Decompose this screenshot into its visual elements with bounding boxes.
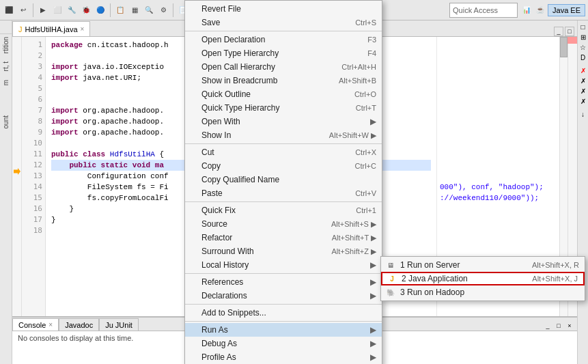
menu-quick-outline[interactable]: Quick Outline Ctrl+O bbox=[185, 87, 382, 101]
minimize-editor-btn[interactable]: _ bbox=[554, 27, 563, 36]
right-icon-8[interactable]: ↓ bbox=[580, 109, 586, 120]
menu-source[interactable]: Source Alt+Shift+S ▶ bbox=[185, 217, 382, 231]
run-as-arrow-icon: ▶ bbox=[370, 325, 376, 335]
menu-debug-as-label: Debug As bbox=[201, 339, 237, 348]
tb-icon-4[interactable]: ⬜ bbox=[51, 4, 64, 16]
submenu-run-on-server-shortcut: Alt+Shift+X, R bbox=[532, 261, 579, 269]
menu-revert-file[interactable]: Revert File bbox=[185, 2, 382, 16]
tb-icon-9[interactable]: ▦ bbox=[128, 4, 141, 16]
menu-open-call-hierarchy[interactable]: Open Call Hierarchy Ctrl+Alt+H bbox=[185, 60, 382, 74]
tab-filename: HdfsUtilHA.java bbox=[25, 25, 78, 33]
bottom-tab-javadoc[interactable]: Javadoc bbox=[59, 318, 99, 331]
menu-quick-outline-label: Quick Outline bbox=[201, 89, 251, 99]
bottom-tab-console[interactable]: Console × bbox=[12, 318, 59, 331]
right-icon-error[interactable]: ✗ bbox=[579, 66, 587, 76]
tab-close-button[interactable]: × bbox=[81, 25, 85, 33]
right-icon-3[interactable]: ☆ bbox=[578, 42, 587, 53]
tb-icon-2[interactable]: ↩ bbox=[17, 4, 29, 16]
perspective-java-ee[interactable]: Java EE bbox=[548, 4, 585, 16]
submenu-java-application[interactable]: J 2 Java Application Alt+Shift+X, J bbox=[381, 272, 585, 285]
code-right-line-3 bbox=[440, 61, 557, 72]
menu-show-breadcrumb[interactable]: Show in Breadcrumb Alt+Shift+B bbox=[185, 74, 382, 87]
sep-2 bbox=[185, 143, 382, 144]
menu-copy-qualified-name[interactable]: Copy Qualified Name bbox=[185, 173, 382, 186]
menu-paste[interactable]: Paste Ctrl+V bbox=[185, 186, 382, 200]
menu-show-in[interactable]: Show In Alt+Shift+W ▶ bbox=[185, 128, 382, 142]
submenu-run-on-hadoop-label: 3 Run on Hadoop bbox=[400, 288, 464, 297]
menu-surround-with[interactable]: Surround With Alt+Shift+Z ▶ bbox=[185, 244, 382, 258]
menu-references[interactable]: References ▶ bbox=[185, 275, 382, 289]
menu-open-declaration[interactable]: Open Declaration F3 bbox=[185, 33, 382, 46]
code-right-line-1 bbox=[440, 40, 557, 51]
code-right-line-14: 000"), conf, "hadoop"); bbox=[440, 182, 557, 193]
menu-copy[interactable]: Copy Ctrl+C bbox=[185, 159, 382, 173]
menu-cut-label: Cut bbox=[201, 148, 214, 157]
quick-access-input[interactable]: Quick Access bbox=[449, 3, 518, 18]
menu-declarations[interactable]: Declarations ▶ bbox=[185, 289, 382, 303]
code-right-line-15: ://weekend110/9000")); bbox=[440, 193, 557, 204]
menu-open-with[interactable]: Open With ▶ bbox=[185, 115, 382, 128]
submenu-run-on-server[interactable]: 🖥 1 Run on Server Alt+Shift+X, R bbox=[381, 258, 585, 272]
menu-quick-type-hierarchy-shortcut: Ctrl+T bbox=[356, 104, 376, 112]
menu-run-as[interactable]: Run As ▶ bbox=[185, 323, 382, 337]
code-right-line-2 bbox=[440, 51, 557, 61]
sidebar-rt-label[interactable]: rt, t bbox=[2, 61, 10, 71]
tb-icon-3[interactable]: ▶ bbox=[37, 4, 49, 16]
perspective-icon-1[interactable]: 📊 bbox=[520, 4, 533, 16]
tb-icon-10[interactable]: 🔍 bbox=[143, 4, 155, 16]
right-icon-2[interactable]: ⊞ bbox=[579, 32, 587, 42]
tb-icon-6[interactable]: 🐞 bbox=[80, 4, 92, 16]
marker-bar bbox=[12, 37, 22, 316]
menu-local-history-label: Local History bbox=[201, 260, 249, 270]
menu-quick-type-hierarchy[interactable]: Quick Type Hierarchy Ctrl+T bbox=[185, 101, 382, 115]
right-icon-4[interactable]: D bbox=[579, 53, 587, 63]
menu-run-as-label: Run As bbox=[201, 325, 228, 335]
console-tab-close[interactable]: × bbox=[48, 321, 53, 328]
menu-refactor-shortcut: Alt+Shift+T ▶ bbox=[332, 234, 376, 242]
right-icon-6[interactable]: ✗ bbox=[579, 86, 587, 96]
tb-icon-1[interactable]: ⬛ bbox=[3, 4, 15, 16]
menu-open-declaration-label: Open Declaration bbox=[201, 35, 265, 44]
right-icon-5[interactable]: ✗ bbox=[579, 76, 587, 86]
menu-refactor[interactable]: Refactor Alt+Shift+T ▶ bbox=[185, 231, 382, 244]
code-right-line-8 bbox=[440, 116, 557, 127]
tb-icon-7[interactable]: 🔵 bbox=[94, 4, 107, 16]
menu-debug-as[interactable]: Debug As ▶ bbox=[185, 337, 382, 350]
local-history-arrow-icon: ▶ bbox=[370, 260, 376, 270]
open-with-arrow-icon: ▶ bbox=[370, 117, 376, 126]
quick-access-label: Quick Access bbox=[453, 6, 498, 14]
perspective-icon-2[interactable]: ☕ bbox=[534, 4, 546, 16]
maximize-editor-btn[interactable]: □ bbox=[565, 27, 574, 36]
editor-tab-hdfs[interactable]: J HdfsUtilHA.java × bbox=[12, 21, 90, 36]
menu-open-call-hierarchy-label: Open Call Hierarchy bbox=[201, 62, 275, 72]
code-right-text-2: ://weekend110/9000")); bbox=[440, 193, 539, 204]
bottom-tab-junit[interactable]: Ju JUnit bbox=[99, 318, 139, 331]
perspective-buttons: 📊 ☕ Java EE bbox=[520, 4, 585, 16]
scrollbar-thumb[interactable] bbox=[560, 37, 568, 57]
bottom-maximize-btn[interactable]: □ bbox=[554, 321, 563, 331]
menu-save[interactable]: Save Ctrl+S bbox=[185, 16, 382, 29]
left-sidebar: rtition rt, t m ount bbox=[0, 20, 12, 364]
menu-copy-shortcut: Ctrl+C bbox=[355, 162, 376, 170]
menu-local-history[interactable]: Local History ▶ bbox=[185, 258, 382, 272]
bottom-close-btn[interactable]: × bbox=[565, 321, 574, 331]
menu-cut[interactable]: Cut Ctrl+X bbox=[185, 145, 382, 159]
menu-declarations-label: Declarations bbox=[201, 291, 247, 300]
submenu-run-on-hadoop[interactable]: 🐘 3 Run on Hadoop bbox=[381, 285, 585, 299]
sidebar-ount-label[interactable]: ount bbox=[2, 115, 10, 128]
sidebar-m-label[interactable]: m bbox=[2, 80, 10, 85]
sep-1 bbox=[185, 31, 382, 31]
menu-add-snippets[interactable]: Add to Snippets... bbox=[185, 306, 382, 320]
tb-icon-8[interactable]: 📋 bbox=[114, 4, 126, 16]
menu-profile-as[interactable]: Profile As ▶ bbox=[185, 350, 382, 364]
menu-open-declaration-shortcut: F3 bbox=[367, 36, 376, 44]
debug-arrow-icon bbox=[14, 168, 20, 175]
sidebar-partition-label[interactable]: rtition bbox=[2, 37, 10, 53]
right-icon-7[interactable]: ✗ bbox=[579, 96, 587, 107]
right-icon-1[interactable]: □ bbox=[579, 22, 586, 32]
bottom-minimize-btn[interactable]: _ bbox=[543, 321, 552, 331]
tb-icon-11[interactable]: ⚙ bbox=[157, 4, 169, 16]
tb-icon-5[interactable]: 🔧 bbox=[66, 4, 78, 16]
menu-open-type-hierarchy[interactable]: Open Type Hierarchy F4 bbox=[185, 46, 382, 60]
menu-quick-fix[interactable]: Quick Fix Ctrl+1 bbox=[185, 204, 382, 217]
